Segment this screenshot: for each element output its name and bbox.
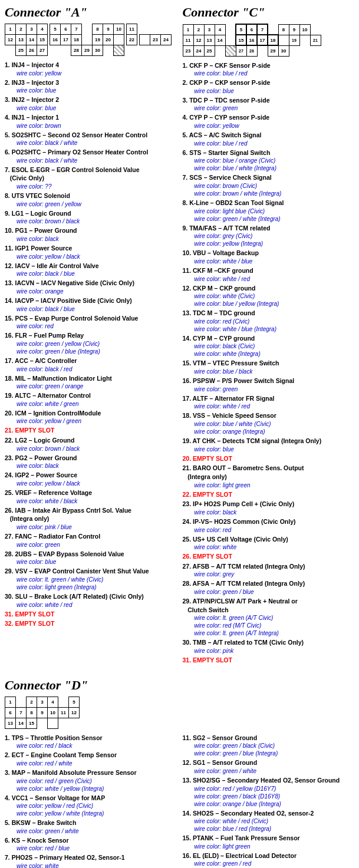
connector-a-title: Connector "A" [5, 5, 177, 20]
list-item: 11. SG2 – Sensor Groundwire color: green… [183, 734, 355, 758]
list-item: 18. VSS – Vehicle Speed Sensorwire color… [183, 411, 355, 435]
list-item: 10. PG1 – Power Groundwire color: black [5, 226, 177, 243]
list-item: 5. BKSW – Brake Switchwire color: green … [5, 819, 177, 835]
list-item: 7. SCS – Service Check Signalwire color:… [183, 173, 355, 197]
list-item: 25. VREF – Reference Voltagewire color: … [5, 489, 177, 505]
list-item: 8. K-Line – OBD2 Scan Tool Signalwire co… [183, 199, 355, 223]
list-item: 9. LG1 – Logic Groundwire color: brown /… [5, 209, 177, 226]
list-item: 2. ECT – Engine Coolant Temp Sensorwire … [5, 751, 177, 767]
connector-a-section: Connector "A" 1 2 3 4 5 6 7 8 9 10 [5, 5, 177, 666]
list-item: 1. TPS – Throttle Position Sensorwire co… [5, 734, 177, 750]
list-item: 29. ATP/NP/CLSW A/T Park + Neutral or Cl… [183, 597, 355, 637]
list-item: 28. 2UBS – EVAP Bypass Solenoid Valuewir… [5, 550, 177, 566]
list-item: 7. ESOL E-EGR – EGR Control Solenoid Val… [5, 166, 177, 190]
list-item: 5. ACS – A/C Switch Signalwire color: bl… [183, 131, 355, 147]
list-item: 29. VSV – EVAP Control Canister Vent Shu… [5, 567, 177, 591]
list-item: 8. UTS VTEC Solenoidwire color: green / … [5, 192, 177, 208]
list-item: 23. IP+ HO2S Pump Cell + (Civic Only)wir… [183, 500, 355, 516]
list-item: 20. EMPTY SLOT [183, 454, 355, 463]
list-item: 13. IACVN – IACV Negative Side (Civic On… [5, 279, 177, 295]
list-item: 30. TMB – A/T related to TCM (Civic Only… [183, 638, 355, 655]
list-item: 1. INJ4 – Injector 4wire color: yellow [5, 61, 177, 77]
list-item: 3. INJ2 – Injector 2wire color: blue [5, 95, 177, 112]
list-item: 12. CKP M – CKP groundwire color: white … [183, 284, 355, 308]
list-item: 14. CYP M – CYP groundwire color: black … [183, 334, 355, 358]
list-item: 23. PG2 – Power Groundwire color: black [5, 454, 177, 470]
top-connectors-section: Connector "A" 1 2 3 4 5 6 7 8 9 10 [5, 5, 354, 672]
list-item: 16. FLR – Fuel Pump Relaywire color: gre… [5, 331, 177, 355]
list-item: 17. ACC – A/C Controllerwire color: blac… [5, 357, 177, 373]
list-item: 4. INJ1 – Injector 1wire color: brown [5, 113, 177, 130]
connector-a-pin-grid: 1 2 3 4 5 6 7 8 9 10 11 12 13 [5, 24, 177, 56]
list-item: 2. CKP P – CKP sensor P-sidewire color: … [183, 78, 355, 95]
list-item: 32. EMPTY SLOT [5, 619, 177, 628]
list-item: 28. AFSA – A/T TCM related (Integra Only… [183, 579, 355, 596]
list-item: 7. PHO2S – Primary Heated O2, Sensor-1wi… [5, 853, 177, 868]
connector-d-title: Connector "D" [5, 678, 354, 693]
list-item: 22. EMPTY SLOT [183, 490, 355, 499]
connector-c-title: Connector "C" [183, 5, 355, 20]
list-item: 6. KS – Knock Sensorwire color: red / bl… [5, 836, 177, 853]
list-item: 2. INJ3 – Injector 3wire color: blue [5, 78, 177, 95]
list-item: 5. SO2SHTC – Second O2 Sensor Heater Con… [5, 131, 177, 147]
list-item: 30. SLU – Brake Lock (A/T Related) (Civi… [5, 592, 177, 609]
connector-c-section: Connector "C" 1 2 3 4 5 6 7 8 9 10 [183, 5, 355, 666]
list-item: 16. PSPSW – P/S Power Switch Signalwire … [183, 377, 355, 393]
list-item: 11. CKF M –CKF groundwire color: white /… [183, 266, 355, 283]
list-item: 13. TDC M – TDC groundwire color: red (C… [183, 309, 355, 333]
list-item: 15. PCS – Evap Purge Control Solenoid Va… [5, 314, 177, 331]
list-item: 11. IGP1 Power Sourcewire color: yellow … [5, 244, 177, 260]
bottom-connectors-section: Connector "D" 1 2 3 4 5 6 7 8 9 10 [5, 678, 354, 868]
connector-d-pin-grid: 1 2 3 4 5 6 7 8 9 10 11 12 [5, 697, 354, 729]
list-item: 13. SHO2/SG – Secondary Heated O2, Senso… [183, 776, 355, 808]
list-item: 31. EMPTY SLOT [183, 656, 355, 665]
list-item: 19. AT CHK – Detects TCM signal (Integra… [183, 437, 355, 453]
list-item: 21. EMPTY SLOT [5, 426, 177, 435]
list-item: 15. PTANK – Fuel Tank Pressure Sensorwir… [183, 834, 355, 850]
list-item: 22. LG2 – Logic Groundwire color: brown … [5, 436, 177, 453]
list-item: 12. IACV – Idle Air Control Valvewire co… [5, 262, 177, 278]
list-item: 9. TMA/FAS – A/T TCM relatedwire color: … [183, 224, 355, 248]
list-item: 16. EL (ELD) – Electrical Load Detectorw… [183, 852, 355, 868]
list-item: 26. IAB – Intake Air Bypass Cntrl Sol. V… [5, 506, 177, 531]
list-item: 25. US+ US Cell Voltage (Civic Only)wire… [183, 535, 355, 552]
list-item: 12. SG1 – Sensor Groundwire color: green… [183, 758, 355, 775]
list-item: 4. VCC1 – Sensor Voltage for MAPwire col… [5, 794, 177, 818]
list-item: 1. CKF P – CKF Sensor P-sidewire color: … [183, 61, 355, 78]
list-item: 3. MAP – Manifold Absolute Pressure Sens… [5, 768, 177, 793]
connector-c-items: 1. CKF P – CKF Sensor P-sidewire color: … [183, 61, 355, 665]
list-item: 6. PO2SHTC – Primary O2 Sensor Heater Co… [5, 148, 177, 164]
list-item: 24. IP-VS– HO2S Common (Civic Only)wire … [183, 517, 355, 534]
list-item: 26. EMPTY SLOT [183, 552, 355, 561]
connector-c-pin-grid: 1 2 3 4 5 6 7 8 9 10 11 12 13 [183, 24, 355, 57]
list-item: 21. BARO OUT – Barometrc Sens. Output (I… [183, 464, 355, 489]
connector-d-left-items: 1. TPS – Throttle Position Sensorwire co… [5, 734, 177, 868]
list-item: 3. TDC P – TDC sensor P-sidewire color: … [183, 96, 355, 113]
list-item: 27. FANC – Radiator Fan Controlwire colo… [5, 532, 177, 549]
list-item: 31. EMPTY SLOT [5, 610, 177, 619]
list-item: 4. CYP P – CYP sensor P-sidewire color: … [183, 113, 355, 130]
connector-a-items: 1. INJ4 – Injector 4wire color: yellow 2… [5, 61, 177, 628]
list-item: 20. ICM – Ignition ControlModulewire col… [5, 409, 177, 425]
list-item: 10. VBU – Voltage Backupwire color: whit… [183, 249, 355, 265]
list-item: 19. ALTC – Alternator Controlwire color:… [5, 391, 177, 408]
connector-d-header: Connector "D" 1 2 3 4 5 6 7 8 9 10 [5, 678, 354, 734]
list-item: 15. VTM – VTEC Pressure Switchwire color… [183, 359, 355, 375]
list-item: 27. AFSB – A/T TCM related (Integra Only… [183, 562, 355, 579]
list-item: 17. ALTF – Alternator FR Signalwire colo… [183, 394, 355, 411]
list-item: 14. SHO2S – Secondary Heated O2, sensor-… [183, 809, 355, 833]
list-item: 14. IACVP – IACV Positive Side (Civic On… [5, 296, 177, 313]
list-item: 6. STS – Starter Signal Switchwire color… [183, 148, 355, 173]
list-item: 18. MIL – Malfunction Indicator Lightwir… [5, 374, 177, 391]
list-item: 24. IGP2 – Power Sourcewire color: yello… [5, 471, 177, 487]
connector-d-right-items: 11. SG2 – Sensor Groundwire color: green… [183, 734, 355, 868]
